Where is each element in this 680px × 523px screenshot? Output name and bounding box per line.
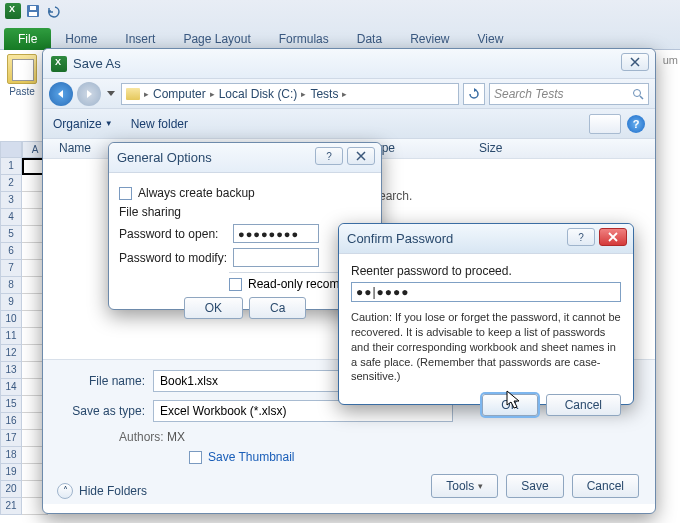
search-icon bbox=[632, 88, 644, 100]
confirm-password-input[interactable]: ●●|●●●● bbox=[351, 282, 621, 302]
confirm-prompt: Reenter password to proceed. bbox=[351, 264, 621, 278]
excel-ribbon: File Home Insert Page Layout Formulas Da… bbox=[0, 0, 680, 50]
always-backup-label: Always create backup bbox=[138, 186, 255, 200]
tab-data[interactable]: Data bbox=[343, 28, 396, 50]
folder-icon bbox=[126, 88, 140, 100]
close-icon[interactable] bbox=[599, 228, 627, 246]
help-button[interactable]: ? bbox=[567, 228, 595, 246]
forward-button[interactable] bbox=[77, 82, 101, 106]
confirm-title: Confirm Password bbox=[347, 231, 453, 246]
savetype-label: Save as type: bbox=[59, 404, 153, 418]
tab-review[interactable]: Review bbox=[396, 28, 463, 50]
confirm-cancel-button[interactable]: Cancel bbox=[546, 394, 621, 416]
help-icon[interactable]: ? bbox=[627, 115, 645, 133]
undo-icon[interactable] bbox=[44, 2, 62, 20]
confirm-password-dialog: Confirm Password ? Reenter password to p… bbox=[338, 223, 634, 405]
search-placeholder: Search Tests bbox=[494, 87, 564, 101]
svg-rect-2 bbox=[30, 6, 36, 10]
paste-button[interactable]: Paste bbox=[2, 52, 42, 97]
refresh-button[interactable] bbox=[463, 83, 485, 105]
confirm-ok-button[interactable]: OK bbox=[482, 394, 537, 416]
col-type[interactable]: Type bbox=[369, 139, 479, 158]
svg-point-3 bbox=[634, 89, 641, 96]
breadcrumb-computer[interactable]: Computer bbox=[153, 87, 206, 101]
save-as-title: Save As bbox=[73, 56, 121, 71]
save-button[interactable]: Save bbox=[506, 474, 563, 498]
pw-modify-label: Password to modify: bbox=[119, 251, 233, 265]
genopt-cancel-button[interactable]: Ca bbox=[249, 297, 306, 319]
genopt-ok-button[interactable]: OK bbox=[184, 297, 243, 319]
tab-view[interactable]: View bbox=[464, 28, 518, 50]
breadcrumb-drive[interactable]: Local Disk (C:) bbox=[219, 87, 298, 101]
col-size[interactable]: Size bbox=[479, 139, 502, 158]
address-bar[interactable]: ▸ Computer ▸ Local Disk (C:) ▸ Tests ▸ bbox=[121, 83, 459, 105]
authors-label: Authors: bbox=[119, 430, 164, 444]
readonly-checkbox[interactable] bbox=[229, 278, 242, 291]
tools-button[interactable]: Tools bbox=[431, 474, 498, 498]
paste-icon bbox=[7, 54, 37, 84]
tab-insert[interactable]: Insert bbox=[111, 28, 169, 50]
file-tab[interactable]: File bbox=[4, 28, 51, 50]
pw-modify-input[interactable] bbox=[233, 248, 319, 267]
pw-open-label: Password to open: bbox=[119, 227, 233, 241]
tab-page-layout[interactable]: Page Layout bbox=[169, 28, 264, 50]
pw-open-input[interactable]: ●●●●●●●● bbox=[233, 224, 319, 243]
filename-label: File name: bbox=[59, 374, 153, 388]
confirm-caution: Caution: If you lose or forget the passw… bbox=[351, 310, 621, 384]
nav-bar: ▸ Computer ▸ Local Disk (C:) ▸ Tests ▸ S… bbox=[43, 79, 655, 109]
chevron-up-icon: ˄ bbox=[57, 483, 73, 499]
breadcrumb-folder[interactable]: Tests bbox=[310, 87, 338, 101]
partial-text: um bbox=[663, 54, 678, 66]
authors-value[interactable]: MX bbox=[167, 430, 185, 444]
tab-formulas[interactable]: Formulas bbox=[265, 28, 343, 50]
svg-line-4 bbox=[640, 96, 643, 99]
help-button[interactable]: ? bbox=[315, 147, 343, 165]
explorer-toolbar: Organize ▼ New folder ? bbox=[43, 109, 655, 139]
hide-folders-button[interactable]: ˄ Hide Folders bbox=[57, 483, 147, 499]
general-options-titlebar: General Options ? bbox=[109, 143, 381, 173]
ribbon-tabs: File Home Insert Page Layout Formulas Da… bbox=[0, 24, 517, 50]
save-as-titlebar: Save As bbox=[43, 49, 655, 79]
tab-home[interactable]: Home bbox=[51, 28, 111, 50]
cancel-button[interactable]: Cancel bbox=[572, 474, 639, 498]
close-icon[interactable] bbox=[347, 147, 375, 165]
general-options-title: General Options bbox=[117, 150, 212, 165]
organize-button[interactable]: Organize ▼ bbox=[53, 117, 113, 131]
quick-access-toolbar bbox=[4, 2, 62, 20]
close-icon[interactable] bbox=[621, 53, 649, 71]
new-folder-button[interactable]: New folder bbox=[131, 117, 188, 131]
search-input[interactable]: Search Tests bbox=[489, 83, 649, 105]
save-thumbnail-label: Save Thumbnail bbox=[208, 450, 295, 464]
always-backup-checkbox[interactable] bbox=[119, 187, 132, 200]
view-options-button[interactable] bbox=[589, 114, 621, 134]
readonly-label: Read-only recom bbox=[248, 277, 339, 291]
confirm-titlebar: Confirm Password ? bbox=[339, 224, 633, 254]
file-sharing-label: File sharing bbox=[119, 205, 371, 219]
worksheet-grid: 1 2 3 4 5 6 7 8 9 10 11 12 13 14 15 16 1… bbox=[0, 158, 48, 518]
paste-label: Paste bbox=[2, 86, 42, 97]
svg-rect-1 bbox=[29, 12, 37, 16]
save-thumbnail-checkbox[interactable] bbox=[189, 451, 202, 464]
excel-doc-icon bbox=[51, 56, 67, 72]
column-headers: A bbox=[0, 141, 48, 158]
back-button[interactable] bbox=[49, 82, 73, 106]
nav-history-dropdown[interactable] bbox=[105, 83, 117, 105]
excel-app-icon bbox=[4, 2, 22, 20]
save-icon[interactable] bbox=[24, 2, 42, 20]
